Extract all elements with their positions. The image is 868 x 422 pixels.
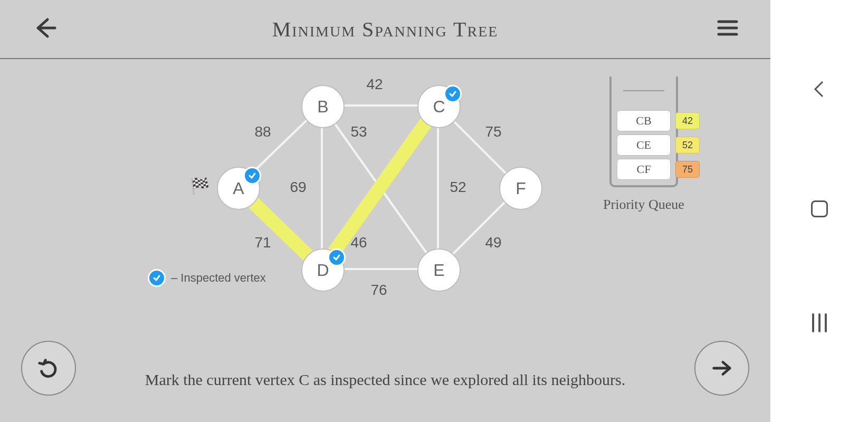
pq-item-2: CF75	[617, 159, 671, 180]
legend: – Inspected vertex	[148, 269, 266, 287]
edge-weight-AB: 88	[254, 123, 271, 140]
next-button[interactable]	[694, 341, 749, 396]
system-back-button[interactable]	[810, 79, 829, 104]
three-lines-icon	[812, 313, 827, 332]
hamburger-icon	[717, 17, 739, 39]
priority-queue-label: Priority Queue	[591, 197, 697, 213]
start-flag-icon: 🏁	[190, 177, 209, 195]
check-icon	[449, 90, 457, 98]
vertex-B[interactable]: B	[301, 85, 345, 128]
page-title: Minimum Spanning Tree	[0, 17, 770, 42]
arrow-right-icon	[710, 356, 734, 380]
inspected-badge-D	[328, 248, 346, 266]
edge-weight-CD: 46	[350, 234, 367, 251]
inspected-badge-C	[444, 85, 462, 103]
square-icon	[811, 200, 828, 217]
priority-queue: CB42CE52CF75 Priority Queue	[591, 76, 697, 213]
undo-button[interactable]	[21, 341, 76, 396]
pq-item-0: CB42	[617, 110, 671, 131]
edge-weight-CE: 52	[450, 179, 466, 196]
inspected-badge-A	[243, 167, 261, 185]
pq-item-1: CE52	[617, 135, 671, 156]
pq-weight-0: 42	[675, 112, 700, 129]
edge-weight-BC: 42	[366, 76, 383, 93]
edge-weight-DE: 76	[370, 282, 387, 299]
priority-queue-container: CB42CE52CF75	[609, 76, 678, 187]
legend-text: – Inspected vertex	[171, 271, 266, 285]
priority-queue-top-line	[623, 90, 664, 91]
pq-weight-1: 52	[675, 137, 700, 154]
system-recents-button[interactable]	[812, 313, 827, 332]
check-badge-icon	[148, 269, 166, 287]
vertex-E[interactable]: E	[417, 248, 461, 292]
undo-icon	[36, 356, 61, 380]
edge-weight-EF: 49	[485, 234, 501, 251]
pq-weight-2: 75	[675, 161, 700, 178]
edge-weight-AD: 71	[254, 234, 271, 251]
edge-weight-BD: 69	[290, 179, 306, 196]
menu-button[interactable]	[717, 17, 739, 41]
edge-weight-CF: 75	[485, 123, 501, 140]
system-home-button[interactable]	[811, 200, 828, 217]
system-nav-bar	[770, 0, 868, 422]
vertex-F[interactable]: F	[499, 167, 542, 210]
check-icon	[248, 171, 256, 180]
instruction-text: Mark the current vertex C as inspected s…	[106, 369, 665, 391]
chevron-left-icon	[810, 80, 829, 99]
edge-weight-BE: 53	[350, 123, 367, 140]
check-icon	[332, 253, 341, 262]
